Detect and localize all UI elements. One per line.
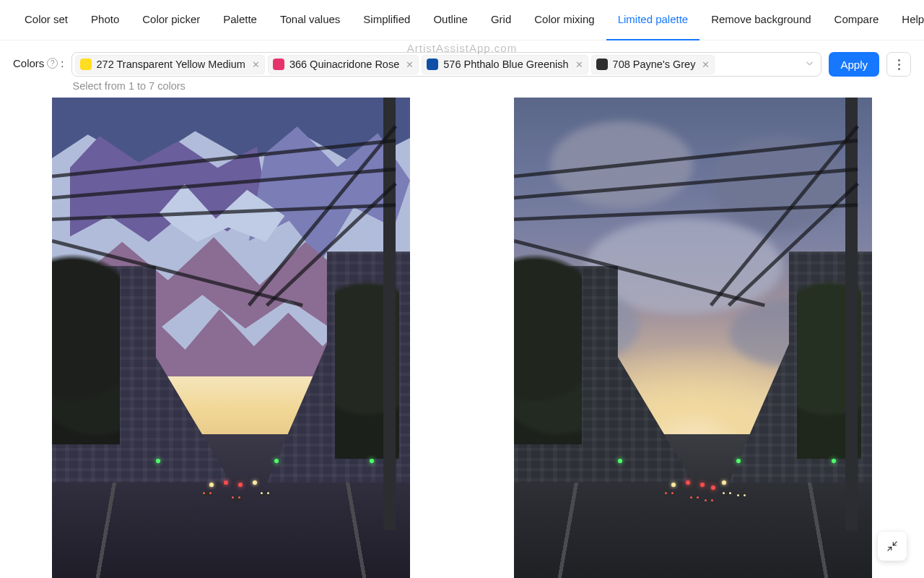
image-compare-panels: [0, 98, 924, 578]
color-swatch: [427, 59, 438, 70]
colors-helper-text: Select from 1 to 7 colors: [71, 80, 822, 92]
tab-help[interactable]: Help: [890, 0, 924, 40]
compress-icon: [886, 540, 898, 552]
tab-photo[interactable]: Photo: [79, 0, 131, 40]
colors-multiselect[interactable]: 272 Transparent Yellow Medium✕366 Quinac…: [71, 52, 822, 77]
tab-compare[interactable]: Compare: [823, 0, 891, 40]
tab-palette[interactable]: Palette: [212, 0, 269, 40]
close-icon[interactable]: ✕: [404, 60, 414, 69]
colors-label-colon: :: [61, 57, 64, 69]
tab-tonal-values[interactable]: Tonal values: [269, 0, 352, 40]
tab-simplified[interactable]: Simplified: [352, 0, 422, 40]
help-icon[interactable]: ?: [47, 58, 58, 69]
fullscreen-toggle-button[interactable]: [878, 532, 907, 561]
color-tag[interactable]: 708 Payne's Grey✕: [591, 55, 715, 74]
chevron-down-icon: [806, 60, 814, 69]
tab-grid[interactable]: Grid: [479, 0, 523, 40]
close-icon[interactable]: ✕: [574, 60, 583, 69]
tab-remove-background[interactable]: Remove background: [699, 0, 822, 40]
tab-color-mixing[interactable]: Color mixing: [523, 0, 606, 40]
color-tag-label: 576 Phthalo Blue Greenish: [443, 59, 568, 70]
color-tag-label: 708 Payne's Grey: [613, 59, 696, 70]
colors-label: Colors ? :: [13, 52, 64, 69]
more-options-button[interactable]: [886, 52, 911, 77]
color-tag[interactable]: 576 Phthalo Blue Greenish✕: [422, 55, 588, 74]
result-image-panel[interactable]: [52, 98, 410, 578]
color-tag[interactable]: 272 Transparent Yellow Medium✕: [75, 55, 265, 74]
close-icon[interactable]: ✕: [250, 60, 260, 69]
more-vertical-icon: [898, 59, 900, 70]
main-tabs: Color setPhotoColor pickerPaletteTonal v…: [0, 0, 924, 40]
apply-button[interactable]: Apply: [829, 52, 879, 77]
color-tag-label: 272 Transparent Yellow Medium: [97, 59, 245, 70]
tab-limited-palette[interactable]: Limited palette: [606, 0, 700, 40]
color-tag-label: 366 Quinacridone Rose: [289, 59, 399, 70]
color-swatch: [80, 59, 92, 70]
tab-color-set[interactable]: Color set: [13, 0, 79, 40]
color-tag[interactable]: 366 Quinacridone Rose✕: [268, 55, 419, 74]
tab-outline[interactable]: Outline: [422, 0, 479, 40]
svg-line-12: [893, 542, 897, 545]
limited-palette-toolbar: Colors ? : 272 Transparent Yellow Medium…: [0, 40, 924, 98]
svg-line-13: [888, 547, 892, 551]
color-swatch: [273, 59, 284, 70]
color-swatch: [596, 59, 608, 70]
colors-label-text: Colors: [13, 57, 44, 69]
tab-color-picker[interactable]: Color picker: [131, 0, 212, 40]
close-icon[interactable]: ✕: [700, 60, 710, 69]
original-image-panel[interactable]: [514, 98, 872, 578]
